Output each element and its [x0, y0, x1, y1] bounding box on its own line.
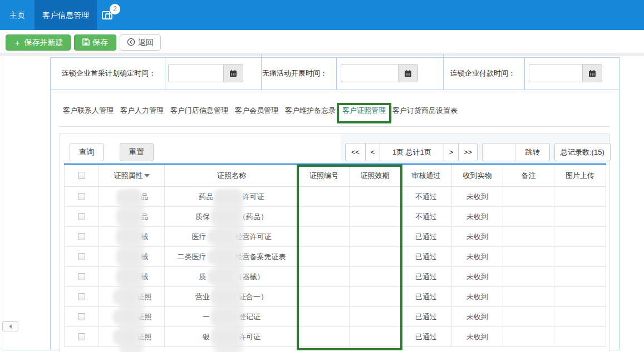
sidebar-collapse-button[interactable] [2, 321, 18, 331]
chain-payment-time-input[interactable] [529, 64, 582, 82]
form-grid-line [524, 57, 525, 90]
floppy-icon [82, 38, 90, 47]
redaction-blur [116, 270, 140, 284]
license-name-suffix: 许可证 [239, 332, 260, 342]
select-all-cell [64, 165, 99, 186]
row-select-cell [64, 267, 99, 286]
image-upload-cell [554, 287, 606, 306]
calendar-icon[interactable] [582, 64, 602, 82]
image-upload-cell [554, 227, 606, 246]
save-and-new-button[interactable]: ＋ 保存并新建 [6, 34, 71, 51]
license-attribute-cell: 械 [99, 227, 165, 246]
prev-page-button[interactable]: < [365, 143, 380, 161]
row-checkbox[interactable] [78, 253, 85, 260]
redaction-blur [211, 210, 238, 224]
received-status-cell: 未收到 [452, 227, 503, 246]
redaction-blur [211, 290, 238, 304]
image-upload-cell [554, 207, 606, 226]
redaction-blur [113, 310, 136, 324]
image-upload-cell [554, 327, 606, 346]
row-checkbox[interactable] [78, 273, 85, 280]
calendar-icon[interactable] [223, 64, 243, 82]
license-attribute-cell: 品 [99, 207, 165, 226]
calendar-icon[interactable] [398, 64, 418, 82]
remark-cell [503, 207, 554, 226]
received-status-cell: 未收到 [452, 207, 503, 226]
license-name-suffix: （器械） [235, 272, 264, 282]
next-page-button[interactable]: > [444, 143, 459, 161]
row-checkbox[interactable] [78, 213, 85, 220]
license-validity-cell [350, 307, 401, 326]
row-checkbox[interactable] [78, 233, 85, 240]
license-name-prefix: 营业 [195, 292, 210, 302]
license-number-cell [299, 207, 350, 226]
license-number-cell [299, 227, 350, 246]
left-panel-edge [2, 30, 2, 350]
reset-button[interactable]: 重置 [120, 143, 154, 161]
table-row: 品 药品 许可证 不通过 未收到 [64, 187, 606, 207]
license-name-cell: 质 （器械） [165, 267, 299, 286]
first-purchase-plan-time-label: 连锁企业首采计划确定时间： [50, 57, 160, 90]
first-purchase-plan-time-input[interactable] [168, 64, 223, 82]
save-button[interactable]: 保存 [74, 34, 116, 51]
remark-cell [503, 267, 554, 286]
redaction-blur [116, 190, 140, 204]
row-checkbox[interactable] [78, 193, 85, 200]
image-upload-cell [554, 187, 606, 206]
header-license-attribute[interactable]: 证照属性 [99, 165, 165, 186]
audit-status-cell: 已通过 [401, 307, 452, 326]
jump-button[interactable]: 跳转 [515, 143, 550, 161]
redaction-blur [215, 190, 242, 204]
tab-customer-stores[interactable]: 客户门店信息管理 [167, 106, 232, 116]
painless-activity-time-input[interactable] [341, 64, 398, 82]
nav-tab-home[interactable]: 主页 [0, 0, 35, 30]
row-checkbox[interactable] [78, 313, 85, 320]
redaction-blur [208, 250, 234, 264]
nav-tab-customer-info[interactable]: 客户信息管理 [35, 0, 97, 30]
row-checkbox[interactable] [78, 333, 85, 340]
table-row: 品 质保 （药品） 不通过 未收到 [64, 207, 606, 227]
received-status-cell: 未收到 [452, 247, 503, 266]
tab-customer-maintenance-memo[interactable]: 客户维护备忘录 [282, 106, 339, 116]
license-name-cell: 药品 许可证 [165, 187, 299, 206]
license-attribute-cell: 证照 [99, 307, 165, 326]
content-right-border [619, 57, 620, 350]
back-button[interactable]: 返回 [120, 34, 161, 51]
tab-customer-members[interactable]: 客户会员管理 [232, 106, 282, 116]
license-validity-cell [350, 327, 401, 346]
remark-cell [503, 247, 554, 266]
redaction-blur [211, 310, 238, 324]
license-attribute-text: 械 [141, 272, 148, 282]
first-page-button[interactable]: << [345, 143, 366, 161]
tab-customer-order-goods[interactable]: 客户订货商品设置表 [389, 106, 461, 116]
license-name-prefix: 二类医疗 [178, 252, 207, 262]
redaction-blur [116, 250, 140, 264]
row-checkbox[interactable] [78, 293, 85, 300]
tab-customer-contacts[interactable]: 客户联系人管理 [60, 106, 117, 116]
toolbar-divider [0, 53, 644, 56]
tab-customer-hr[interactable]: 客户人力管理 [117, 106, 167, 116]
top-nav-bar: 主页 客户信息管理 2 [0, 0, 644, 30]
row-select-cell [64, 327, 99, 346]
app-window: 主页 客户信息管理 2 ＋ 保存并新建 保存 [0, 0, 644, 352]
back-arrow-icon [127, 38, 135, 48]
remark-cell [503, 327, 554, 346]
remark-cell [503, 187, 554, 206]
license-number-cell [299, 247, 350, 266]
jump-page-input[interactable] [482, 143, 515, 161]
license-number-cell [299, 267, 350, 286]
row-select-cell [64, 207, 99, 226]
license-name-prefix: 质 [199, 272, 207, 282]
license-name-cell: 银 许可证 [165, 327, 299, 346]
chain-payment-time-field [529, 64, 602, 82]
tab-customer-licenses[interactable]: 客户证照管理 [339, 106, 389, 116]
header-license-number: 证照编号 [299, 165, 350, 186]
license-attribute-text: 械 [141, 252, 148, 262]
query-button[interactable]: 查询 [70, 143, 104, 161]
form-bottom-border [50, 90, 619, 90]
header-license-name: 证照名称 [165, 165, 299, 186]
license-name-cell: 二类医疗 经营备案凭证表 [165, 247, 299, 266]
license-name-prefix: 质保 [195, 212, 210, 222]
select-all-checkbox[interactable] [78, 172, 85, 179]
last-page-button[interactable]: >> [458, 143, 478, 161]
